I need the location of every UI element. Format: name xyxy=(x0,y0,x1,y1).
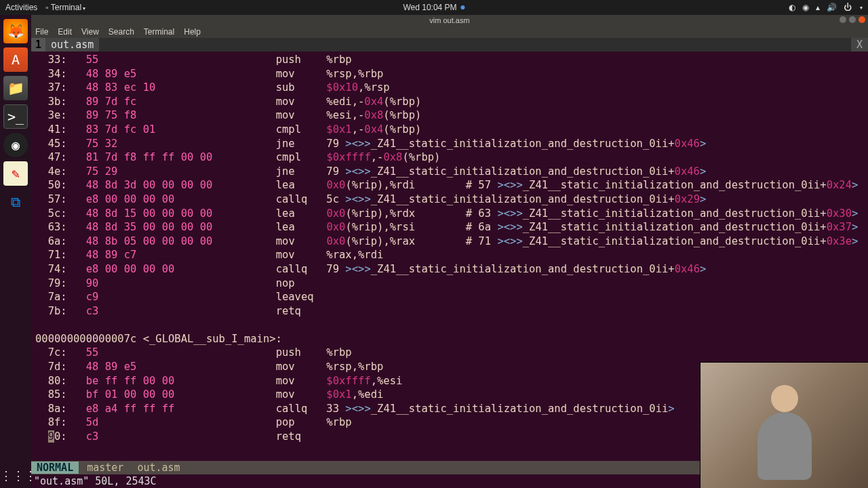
dock: 🦊 A 📁 >_ ◉ ✎ ⧉ ⋮⋮⋮ xyxy=(0,15,31,488)
menu-file[interactable]: File xyxy=(35,27,48,37)
window-minimize[interactable] xyxy=(840,16,846,23)
menu-search[interactable]: Search xyxy=(108,27,134,37)
volume-icon[interactable]: 🔊 xyxy=(827,3,837,12)
dock-firefox[interactable]: 🦊 xyxy=(3,19,28,43)
dock-vscode[interactable]: ⧉ xyxy=(3,190,28,214)
window-maximize[interactable] xyxy=(849,16,856,23)
tab-number[interactable]: 1 xyxy=(31,38,45,52)
status-filename: out.asm xyxy=(132,462,185,474)
dock-software-center[interactable]: A xyxy=(3,47,28,72)
dock-files[interactable]: 📁 xyxy=(3,76,28,100)
gnome-topbar: Activities ▫ Terminal▾ Wed 10:04 PM ◐ ◉ … xyxy=(0,0,868,15)
menu-edit[interactable]: Edit xyxy=(58,27,72,37)
vim-tabline: 1 out.asm X xyxy=(31,38,868,52)
dock-terminal[interactable]: >_ xyxy=(3,104,28,129)
obs-tray-icon[interactable]: ◉ xyxy=(802,3,809,12)
menu-terminal[interactable]: Terminal xyxy=(144,27,174,37)
activities-button[interactable]: Activities xyxy=(5,3,37,12)
tab-close[interactable]: X xyxy=(851,38,868,52)
clock[interactable]: Wed 10:04 PM xyxy=(403,3,456,12)
power-icon[interactable]: ⏻ xyxy=(844,3,852,12)
terminal-menubar: File Edit View Search Terminal Help xyxy=(31,26,868,38)
window-title: vim out.asm xyxy=(429,16,469,24)
system-menu-arrow[interactable]: ▾ xyxy=(860,5,863,11)
menu-help[interactable]: Help xyxy=(184,27,201,37)
vim-mode: NORMAL xyxy=(31,462,79,474)
notification-dot xyxy=(461,5,465,9)
network-icon[interactable]: ▴ xyxy=(816,3,820,12)
dock-xournal[interactable]: ✎ xyxy=(3,161,28,186)
webcam-person xyxy=(757,412,812,480)
app-menu[interactable]: ▫ Terminal▾ xyxy=(45,3,85,12)
window-close[interactable] xyxy=(859,16,865,23)
appindicator-icon[interactable]: ◐ xyxy=(789,3,795,12)
git-branch: master xyxy=(79,462,132,474)
dock-obs[interactable]: ◉ xyxy=(3,133,28,157)
show-applications[interactable]: ⋮⋮⋮ xyxy=(0,468,31,483)
menu-view[interactable]: View xyxy=(81,27,99,37)
webcam-overlay xyxy=(700,362,868,488)
tab-filename[interactable]: out.asm xyxy=(45,38,99,52)
window-titlebar[interactable]: vim out.asm xyxy=(31,15,868,26)
